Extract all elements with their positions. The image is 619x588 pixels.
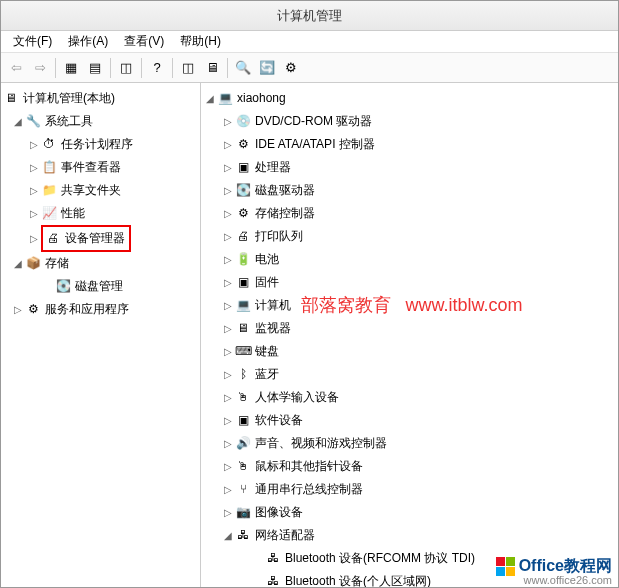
- expand-icon[interactable]: ▷: [221, 433, 235, 454]
- expand-icon[interactable]: ▷: [221, 479, 235, 500]
- scan-button[interactable]: 🔍: [232, 57, 254, 79]
- tree-label[interactable]: 固件: [253, 271, 281, 294]
- tree-item[interactable]: ▷📋事件查看器: [3, 156, 198, 179]
- tree-label[interactable]: 打印队列: [253, 225, 305, 248]
- tree-item[interactable]: ▷🖨打印队列: [203, 225, 616, 248]
- tree-label[interactable]: 图像设备: [253, 501, 305, 524]
- tree-item[interactable]: ▷📷图像设备: [203, 501, 616, 524]
- tree-label[interactable]: 软件设备: [253, 409, 305, 432]
- expand-icon[interactable]: ▷: [221, 410, 235, 431]
- expand-icon[interactable]: ▷: [221, 318, 235, 339]
- expand-icon[interactable]: ▷: [221, 456, 235, 477]
- tree-item[interactable]: 🖧Bluetooth 设备(个人区域网): [203, 570, 616, 587]
- tree-item[interactable]: ▷🖱鼠标和其他指针设备: [203, 455, 616, 478]
- tree-label[interactable]: 通用串行总线控制器: [253, 478, 365, 501]
- collapse-icon[interactable]: ◢: [11, 111, 25, 132]
- expand-icon[interactable]: ▷: [221, 364, 235, 385]
- tree-item[interactable]: ▷🔊声音、视频和游戏控制器: [203, 432, 616, 455]
- back-button[interactable]: ⇦: [5, 57, 27, 79]
- devices-button[interactable]: ⚙: [280, 57, 302, 79]
- tree-item[interactable]: ▷▣处理器: [203, 156, 616, 179]
- tree-item[interactable]: ▷ᛒ蓝牙: [203, 363, 616, 386]
- expand-icon[interactable]: ▷: [27, 180, 41, 201]
- tree-label[interactable]: 计算机: [253, 294, 293, 317]
- tree-label[interactable]: 处理器: [253, 156, 293, 179]
- tree-label[interactable]: 人体学输入设备: [253, 386, 341, 409]
- expand-icon[interactable]: ▷: [221, 180, 235, 201]
- collapse-icon[interactable]: ◢: [11, 253, 25, 274]
- tree-label[interactable]: 设备管理器: [63, 230, 127, 246]
- expand-icon[interactable]: ▷: [27, 203, 41, 224]
- collapse-icon[interactable]: ◢: [203, 88, 217, 109]
- expand-icon[interactable]: ▷: [221, 295, 235, 316]
- expand-icon[interactable]: ▷: [221, 387, 235, 408]
- tree-label[interactable]: Bluetooth 设备(RFCOMM 协议 TDI): [283, 547, 477, 570]
- expand-icon[interactable]: ▷: [221, 157, 235, 178]
- tree-label[interactable]: DVD/CD-ROM 驱动器: [253, 110, 374, 133]
- tree-root[interactable]: 🖥 计算机管理(本地): [3, 87, 198, 110]
- tree-label[interactable]: 系统工具: [43, 110, 95, 133]
- tree-storage[interactable]: ◢ 📦 存储: [3, 252, 198, 275]
- tree-label[interactable]: 蓝牙: [253, 363, 281, 386]
- tree-label[interactable]: 性能: [59, 202, 87, 225]
- tree-item[interactable]: ▷▣软件设备: [203, 409, 616, 432]
- menu-file[interactable]: 文件(F): [7, 31, 58, 52]
- expand-icon[interactable]: ▷: [27, 228, 41, 249]
- expand-icon[interactable]: ▷: [221, 502, 235, 523]
- tree-label[interactable]: 存储: [43, 252, 71, 275]
- tree-item[interactable]: ▷🖨设备管理器: [3, 225, 198, 252]
- refresh-button[interactable]: 🔄: [256, 57, 278, 79]
- tree-item[interactable]: ▷⌨键盘: [203, 340, 616, 363]
- collapse-icon[interactable]: ◢: [221, 525, 235, 546]
- monitor-button[interactable]: 🖥: [201, 57, 223, 79]
- expand-icon[interactable]: ▷: [27, 157, 41, 178]
- expand-icon[interactable]: ▷: [221, 272, 235, 293]
- tree-label[interactable]: 磁盘驱动器: [253, 179, 317, 202]
- expand-icon[interactable]: ▷: [11, 299, 25, 320]
- tree-item[interactable]: ▷⏱任务计划程序: [3, 133, 198, 156]
- tree-item[interactable]: ▷🔋电池: [203, 248, 616, 271]
- tree-label[interactable]: 共享文件夹: [59, 179, 123, 202]
- tree-item[interactable]: 💽磁盘管理: [3, 275, 198, 298]
- help-button[interactable]: ?: [146, 57, 168, 79]
- tree-label[interactable]: IDE ATA/ATAPI 控制器: [253, 133, 377, 156]
- tree-item[interactable]: ▷💻计算机: [203, 294, 616, 317]
- tree-item[interactable]: ▷📈性能: [3, 202, 198, 225]
- tree-item[interactable]: ▷🖥监视器: [203, 317, 616, 340]
- view-options-button[interactable]: ◫: [115, 57, 137, 79]
- device-network-adapters[interactable]: ◢ 🖧 网络适配器: [203, 524, 616, 547]
- expand-icon[interactable]: ▷: [221, 341, 235, 362]
- expand-icon[interactable]: ▷: [27, 134, 41, 155]
- tree-label[interactable]: 声音、视频和游戏控制器: [253, 432, 389, 455]
- menu-help[interactable]: 帮助(H): [174, 31, 227, 52]
- tree-label[interactable]: 监视器: [253, 317, 293, 340]
- tree-label[interactable]: 鼠标和其他指针设备: [253, 455, 365, 478]
- tree-label[interactable]: xiaohong: [235, 87, 288, 110]
- tree-services[interactable]: ▷ ⚙ 服务和应用程序: [3, 298, 198, 321]
- show-hidden-button[interactable]: ◫: [177, 57, 199, 79]
- tree-item[interactable]: ▷🖱人体学输入设备: [203, 386, 616, 409]
- forward-button[interactable]: ⇨: [29, 57, 51, 79]
- tree-system-tools[interactable]: ◢ 🔧 系统工具: [3, 110, 198, 133]
- tree-item[interactable]: ▷⚙IDE ATA/ATAPI 控制器: [203, 133, 616, 156]
- menu-view[interactable]: 查看(V): [118, 31, 170, 52]
- tree-item[interactable]: ▷📁共享文件夹: [3, 179, 198, 202]
- tree-label[interactable]: 网络适配器: [253, 524, 317, 547]
- view-details-button[interactable]: ▤: [84, 57, 106, 79]
- tree-label[interactable]: 事件查看器: [59, 156, 123, 179]
- expand-icon[interactable]: ▷: [221, 226, 235, 247]
- tree-label[interactable]: 计算机管理(本地): [21, 87, 117, 110]
- tree-label[interactable]: 电池: [253, 248, 281, 271]
- tree-label[interactable]: 存储控制器: [253, 202, 317, 225]
- tree-label[interactable]: Bluetooth 设备(个人区域网): [283, 570, 433, 587]
- expand-icon[interactable]: ▷: [221, 134, 235, 155]
- expand-icon[interactable]: ▷: [221, 111, 235, 132]
- tree-item[interactable]: ▷💽磁盘驱动器: [203, 179, 616, 202]
- tree-item[interactable]: ▷⚙存储控制器: [203, 202, 616, 225]
- tree-item[interactable]: 🖧Bluetooth 设备(RFCOMM 协议 TDI): [203, 547, 616, 570]
- tree-item[interactable]: ▷💿DVD/CD-ROM 驱动器: [203, 110, 616, 133]
- device-root[interactable]: ◢ 💻 xiaohong: [203, 87, 616, 110]
- menu-action[interactable]: 操作(A): [62, 31, 114, 52]
- expand-icon[interactable]: ▷: [221, 249, 235, 270]
- tree-item[interactable]: ▷⑂通用串行总线控制器: [203, 478, 616, 501]
